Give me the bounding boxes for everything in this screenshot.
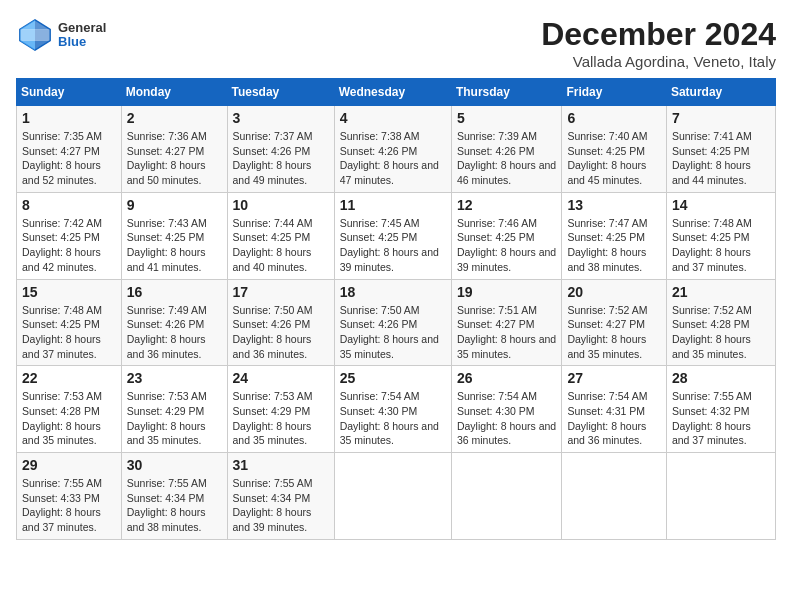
calendar-cell	[451, 453, 562, 540]
calendar-cell: 7Sunrise: 7:41 AMSunset: 4:25 PMDaylight…	[666, 106, 775, 193]
calendar-cell: 31Sunrise: 7:55 AMSunset: 4:34 PMDayligh…	[227, 453, 334, 540]
day-info: Sunrise: 7:54 AMSunset: 4:30 PMDaylight:…	[457, 389, 557, 448]
day-info: Sunrise: 7:49 AMSunset: 4:26 PMDaylight:…	[127, 303, 222, 362]
calendar-cell: 9Sunrise: 7:43 AMSunset: 4:25 PMDaylight…	[121, 192, 227, 279]
day-number: 10	[233, 197, 329, 213]
day-info: Sunrise: 7:43 AMSunset: 4:25 PMDaylight:…	[127, 216, 222, 275]
day-info: Sunrise: 7:52 AMSunset: 4:28 PMDaylight:…	[672, 303, 770, 362]
day-number: 1	[22, 110, 116, 126]
logo-text: General Blue	[58, 21, 106, 50]
header-monday: Monday	[121, 79, 227, 106]
day-number: 23	[127, 370, 222, 386]
calendar-cell: 11Sunrise: 7:45 AMSunset: 4:25 PMDayligh…	[334, 192, 451, 279]
day-number: 2	[127, 110, 222, 126]
day-info: Sunrise: 7:41 AMSunset: 4:25 PMDaylight:…	[672, 129, 770, 188]
day-number: 25	[340, 370, 446, 386]
header-friday: Friday	[562, 79, 666, 106]
weekday-header-row: Sunday Monday Tuesday Wednesday Thursday…	[17, 79, 776, 106]
day-info: Sunrise: 7:55 AMSunset: 4:32 PMDaylight:…	[672, 389, 770, 448]
day-number: 13	[567, 197, 660, 213]
day-info: Sunrise: 7:42 AMSunset: 4:25 PMDaylight:…	[22, 216, 116, 275]
calendar-table: Sunday Monday Tuesday Wednesday Thursday…	[16, 78, 776, 540]
calendar-cell: 4Sunrise: 7:38 AMSunset: 4:26 PMDaylight…	[334, 106, 451, 193]
day-info: Sunrise: 7:53 AMSunset: 4:29 PMDaylight:…	[127, 389, 222, 448]
header-sunday: Sunday	[17, 79, 122, 106]
day-number: 31	[233, 457, 329, 473]
calendar-cell: 26Sunrise: 7:54 AMSunset: 4:30 PMDayligh…	[451, 366, 562, 453]
calendar-row: 1Sunrise: 7:35 AMSunset: 4:27 PMDaylight…	[17, 106, 776, 193]
day-number: 3	[233, 110, 329, 126]
calendar-cell: 30Sunrise: 7:55 AMSunset: 4:34 PMDayligh…	[121, 453, 227, 540]
day-info: Sunrise: 7:45 AMSunset: 4:25 PMDaylight:…	[340, 216, 446, 275]
calendar-row: 8Sunrise: 7:42 AMSunset: 4:25 PMDaylight…	[17, 192, 776, 279]
day-number: 24	[233, 370, 329, 386]
title-block: December 2024 Vallada Agordina, Veneto, …	[541, 16, 776, 70]
calendar-cell: 15Sunrise: 7:48 AMSunset: 4:25 PMDayligh…	[17, 279, 122, 366]
day-number: 11	[340, 197, 446, 213]
calendar-cell: 13Sunrise: 7:47 AMSunset: 4:25 PMDayligh…	[562, 192, 666, 279]
calendar-cell: 21Sunrise: 7:52 AMSunset: 4:28 PMDayligh…	[666, 279, 775, 366]
day-info: Sunrise: 7:35 AMSunset: 4:27 PMDaylight:…	[22, 129, 116, 188]
day-info: Sunrise: 7:48 AMSunset: 4:25 PMDaylight:…	[22, 303, 116, 362]
month-title: December 2024	[541, 16, 776, 53]
header-thursday: Thursday	[451, 79, 562, 106]
svg-marker-6	[20, 41, 35, 51]
day-info: Sunrise: 7:36 AMSunset: 4:27 PMDaylight:…	[127, 129, 222, 188]
day-number: 18	[340, 284, 446, 300]
day-number: 22	[22, 370, 116, 386]
calendar-cell: 25Sunrise: 7:54 AMSunset: 4:30 PMDayligh…	[334, 366, 451, 453]
calendar-cell: 17Sunrise: 7:50 AMSunset: 4:26 PMDayligh…	[227, 279, 334, 366]
day-info: Sunrise: 7:39 AMSunset: 4:26 PMDaylight:…	[457, 129, 557, 188]
calendar-cell: 28Sunrise: 7:55 AMSunset: 4:32 PMDayligh…	[666, 366, 775, 453]
day-number: 15	[22, 284, 116, 300]
calendar-cell: 3Sunrise: 7:37 AMSunset: 4:26 PMDaylight…	[227, 106, 334, 193]
day-info: Sunrise: 7:53 AMSunset: 4:29 PMDaylight:…	[233, 389, 329, 448]
calendar-cell: 12Sunrise: 7:46 AMSunset: 4:25 PMDayligh…	[451, 192, 562, 279]
day-number: 5	[457, 110, 557, 126]
calendar-cell: 1Sunrise: 7:35 AMSunset: 4:27 PMDaylight…	[17, 106, 122, 193]
logo-blue: Blue	[58, 35, 106, 49]
day-number: 19	[457, 284, 557, 300]
day-info: Sunrise: 7:55 AMSunset: 4:33 PMDaylight:…	[22, 476, 116, 535]
calendar-cell	[334, 453, 451, 540]
calendar-cell: 24Sunrise: 7:53 AMSunset: 4:29 PMDayligh…	[227, 366, 334, 453]
calendar-cell: 22Sunrise: 7:53 AMSunset: 4:28 PMDayligh…	[17, 366, 122, 453]
day-info: Sunrise: 7:53 AMSunset: 4:28 PMDaylight:…	[22, 389, 116, 448]
day-number: 6	[567, 110, 660, 126]
day-info: Sunrise: 7:52 AMSunset: 4:27 PMDaylight:…	[567, 303, 660, 362]
day-number: 27	[567, 370, 660, 386]
day-info: Sunrise: 7:38 AMSunset: 4:26 PMDaylight:…	[340, 129, 446, 188]
calendar-cell	[562, 453, 666, 540]
day-number: 21	[672, 284, 770, 300]
calendar-cell: 14Sunrise: 7:48 AMSunset: 4:25 PMDayligh…	[666, 192, 775, 279]
day-number: 7	[672, 110, 770, 126]
svg-marker-4	[20, 29, 35, 40]
day-info: Sunrise: 7:50 AMSunset: 4:26 PMDaylight:…	[340, 303, 446, 362]
calendar-cell: 16Sunrise: 7:49 AMSunset: 4:26 PMDayligh…	[121, 279, 227, 366]
calendar-row: 22Sunrise: 7:53 AMSunset: 4:28 PMDayligh…	[17, 366, 776, 453]
calendar-cell: 18Sunrise: 7:50 AMSunset: 4:26 PMDayligh…	[334, 279, 451, 366]
day-number: 14	[672, 197, 770, 213]
calendar-cell: 29Sunrise: 7:55 AMSunset: 4:33 PMDayligh…	[17, 453, 122, 540]
calendar-row: 29Sunrise: 7:55 AMSunset: 4:33 PMDayligh…	[17, 453, 776, 540]
calendar-row: 15Sunrise: 7:48 AMSunset: 4:25 PMDayligh…	[17, 279, 776, 366]
header-saturday: Saturday	[666, 79, 775, 106]
day-info: Sunrise: 7:55 AMSunset: 4:34 PMDaylight:…	[233, 476, 329, 535]
logo: General Blue	[16, 16, 106, 54]
day-number: 9	[127, 197, 222, 213]
day-number: 4	[340, 110, 446, 126]
day-info: Sunrise: 7:55 AMSunset: 4:34 PMDaylight:…	[127, 476, 222, 535]
logo-icon	[16, 16, 54, 54]
location-title: Vallada Agordina, Veneto, Italy	[541, 53, 776, 70]
day-number: 26	[457, 370, 557, 386]
logo-general: General	[58, 21, 106, 35]
day-info: Sunrise: 7:54 AMSunset: 4:30 PMDaylight:…	[340, 389, 446, 448]
day-number: 29	[22, 457, 116, 473]
day-info: Sunrise: 7:51 AMSunset: 4:27 PMDaylight:…	[457, 303, 557, 362]
calendar-cell: 23Sunrise: 7:53 AMSunset: 4:29 PMDayligh…	[121, 366, 227, 453]
calendar-cell: 20Sunrise: 7:52 AMSunset: 4:27 PMDayligh…	[562, 279, 666, 366]
calendar-cell: 2Sunrise: 7:36 AMSunset: 4:27 PMDaylight…	[121, 106, 227, 193]
calendar-cell: 10Sunrise: 7:44 AMSunset: 4:25 PMDayligh…	[227, 192, 334, 279]
calendar-cell: 27Sunrise: 7:54 AMSunset: 4:31 PMDayligh…	[562, 366, 666, 453]
day-info: Sunrise: 7:46 AMSunset: 4:25 PMDaylight:…	[457, 216, 557, 275]
